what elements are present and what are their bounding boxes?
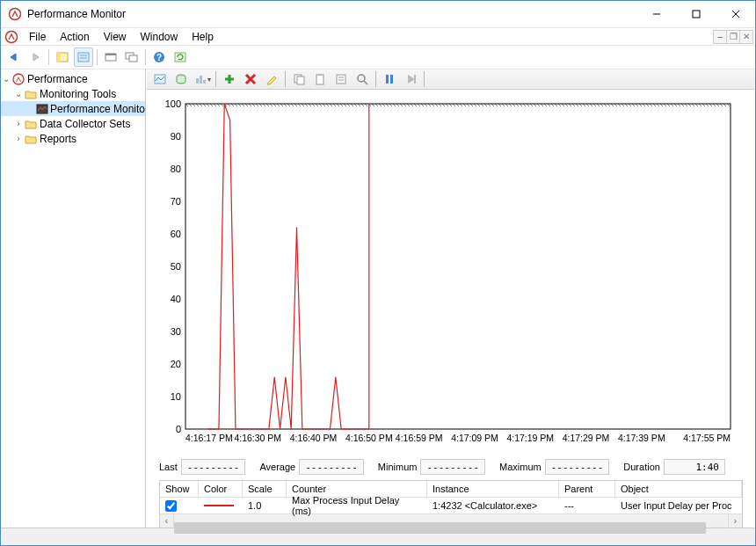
properties-toolbar-button[interactable] xyxy=(331,69,351,89)
counter-color-swatch xyxy=(204,505,234,506)
average-value: --------- xyxy=(299,459,364,475)
svg-text:30: 30 xyxy=(171,326,181,337)
svg-text:20: 20 xyxy=(171,359,181,369)
navigation-tree[interactable]: ⌄ Performance ⌄ Monitoring Tools Perform… xyxy=(1,69,146,528)
minimum-value: --------- xyxy=(420,459,485,475)
counter-list-hscrollbar[interactable]: ‹ › xyxy=(160,513,742,528)
svg-text:4:17:29 PM: 4:17:29 PM xyxy=(563,433,610,443)
menu-file[interactable]: File xyxy=(22,29,53,45)
window-title: Performance Monitor xyxy=(27,8,636,20)
performance-icon xyxy=(11,72,25,86)
tree-node-reports[interactable]: › Reports xyxy=(1,131,145,146)
highlight-button[interactable] xyxy=(262,69,281,89)
col-color[interactable]: Color xyxy=(199,481,243,498)
svg-text:4:17:55 PM: 4:17:55 PM xyxy=(683,433,731,443)
counter-show-checkbox[interactable] xyxy=(165,500,177,512)
copy-button[interactable] xyxy=(289,69,309,89)
tree-node-performance[interactable]: ⌄ Performance xyxy=(1,71,145,86)
close-button[interactable] xyxy=(716,2,755,27)
svg-rect-33 xyxy=(337,75,345,84)
folder-icon xyxy=(24,117,38,131)
counter-scale: 1.0 xyxy=(243,498,287,513)
delete-counter-button[interactable] xyxy=(241,69,260,89)
titlebar: Performance Monitor xyxy=(1,1,755,27)
view-current-button[interactable] xyxy=(150,69,170,89)
svg-rect-14 xyxy=(129,55,137,62)
tree-node-monitoring-tools[interactable]: ⌄ Monitoring Tools xyxy=(1,86,145,101)
average-label: Average xyxy=(259,462,295,472)
tree-node-data-collector-sets[interactable]: › Data Collector Sets xyxy=(1,116,145,131)
svg-point-5 xyxy=(6,31,18,42)
svg-point-36 xyxy=(358,75,365,82)
freeze-button[interactable] xyxy=(380,69,399,89)
col-object[interactable]: Object xyxy=(615,481,742,498)
svg-rect-23 xyxy=(200,76,202,84)
menubar: File Action View Window Help ‒ ❐ ✕ xyxy=(1,27,755,45)
menu-view[interactable]: View xyxy=(97,29,134,45)
maximum-value: --------- xyxy=(545,459,610,475)
svg-text:100: 100 xyxy=(165,98,181,109)
folder-icon xyxy=(24,87,38,101)
mdi-window-controls: ‒ ❐ ✕ xyxy=(714,30,755,44)
duration-label: Duration xyxy=(623,462,660,472)
minimize-button[interactable] xyxy=(636,2,676,27)
col-instance[interactable]: Instance xyxy=(427,481,559,498)
col-show[interactable]: Show xyxy=(160,481,199,498)
svg-rect-2 xyxy=(693,11,700,18)
properties-button[interactable] xyxy=(74,47,93,67)
perfmon-node-icon xyxy=(36,102,48,116)
col-parent[interactable]: Parent xyxy=(559,481,615,498)
mdi-close-button[interactable]: ✕ xyxy=(739,30,753,44)
update-button[interactable] xyxy=(401,69,420,89)
view-log-button[interactable] xyxy=(171,69,191,89)
mdi-minimize-button[interactable]: ‒ xyxy=(713,30,727,44)
svg-rect-19 xyxy=(37,105,47,113)
svg-text:4:16:40 PM: 4:16:40 PM xyxy=(290,433,338,443)
svg-text:?: ? xyxy=(156,53,162,62)
refresh-button[interactable] xyxy=(171,47,190,67)
scroll-thumb[interactable] xyxy=(174,522,706,534)
col-scale[interactable]: Scale xyxy=(243,481,287,498)
svg-text:0: 0 xyxy=(176,424,181,434)
svg-rect-31 xyxy=(316,75,323,84)
counter-row[interactable]: 1.0 Max Process Input Delay (ms) 1:4232 … xyxy=(160,498,742,513)
svg-rect-38 xyxy=(386,75,389,84)
content-pane: ▾ 01020304050607080901004:16:17 PM4:16:3… xyxy=(146,69,755,528)
scroll-left-button[interactable]: ‹ xyxy=(160,514,174,528)
svg-rect-8 xyxy=(78,53,89,62)
menu-help[interactable]: Help xyxy=(185,29,221,45)
svg-rect-7 xyxy=(57,53,61,62)
scroll-right-button[interactable]: › xyxy=(728,514,742,528)
back-button[interactable] xyxy=(4,47,24,67)
new-window-button[interactable] xyxy=(122,47,142,67)
counter-parent: --- xyxy=(559,498,615,513)
svg-text:4:16:17 PM: 4:16:17 PM xyxy=(185,433,233,443)
counter-object: User Input Delay per Proc xyxy=(615,498,742,513)
add-counter-button[interactable] xyxy=(220,69,239,89)
menu-window[interactable]: Window xyxy=(134,29,185,45)
counter-list[interactable]: Show Color Scale Counter Instance Parent… xyxy=(159,480,743,528)
stats-bar: Last --------- Average --------- Minimum… xyxy=(147,452,755,478)
duration-value: 1:40 xyxy=(664,459,725,475)
svg-text:80: 80 xyxy=(171,164,181,174)
zoom-button[interactable] xyxy=(353,69,372,89)
maximize-button[interactable] xyxy=(676,2,716,27)
help-button[interactable]: ? xyxy=(149,47,169,67)
forward-button[interactable] xyxy=(25,47,45,67)
counter-instance: 1:4232 <Calculator.exe> xyxy=(427,498,559,513)
show-hide-tree-button[interactable] xyxy=(53,47,72,67)
counter-list-header: Show Color Scale Counter Instance Parent… xyxy=(160,481,742,498)
mmc-toolbar: ? xyxy=(1,45,755,69)
svg-point-0 xyxy=(10,9,21,20)
console-tree-button[interactable] xyxy=(101,47,120,67)
tree-node-performance-monitor[interactable]: Performance Monitor xyxy=(1,101,145,116)
svg-text:70: 70 xyxy=(171,196,181,207)
paste-button[interactable] xyxy=(310,69,330,89)
change-graph-button[interactable]: ▾ xyxy=(193,69,212,89)
svg-text:4:16:30 PM: 4:16:30 PM xyxy=(234,433,281,443)
counter-name: Max Process Input Delay (ms) xyxy=(287,498,427,513)
app-icon-small xyxy=(4,30,18,44)
svg-point-18 xyxy=(13,74,24,84)
mdi-restore-button[interactable]: ❐ xyxy=(726,30,740,44)
menu-action[interactable]: Action xyxy=(53,29,96,45)
